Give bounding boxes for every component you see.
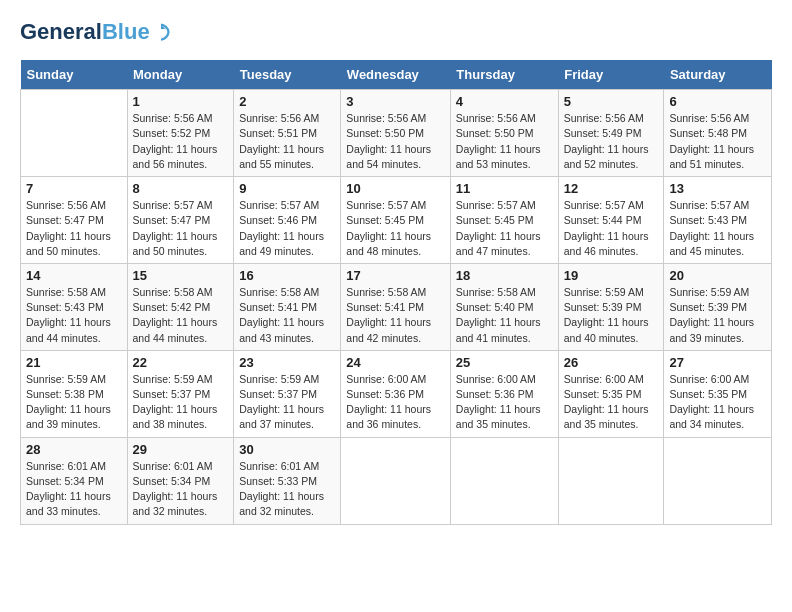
calendar-cell: 6Sunrise: 5:56 AMSunset: 5:48 PMDaylight… (664, 90, 772, 177)
day-number: 9 (239, 181, 335, 196)
logo-text: GeneralBlue (20, 20, 150, 44)
calendar-cell: 24Sunrise: 6:00 AMSunset: 5:36 PMDayligh… (341, 350, 451, 437)
day-number: 1 (133, 94, 229, 109)
week-row-2: 7Sunrise: 5:56 AMSunset: 5:47 PMDaylight… (21, 177, 772, 264)
day-info: Sunrise: 5:59 AMSunset: 5:39 PMDaylight:… (669, 285, 766, 346)
calendar-cell: 26Sunrise: 6:00 AMSunset: 5:35 PMDayligh… (558, 350, 664, 437)
day-info: Sunrise: 5:59 AMSunset: 5:37 PMDaylight:… (239, 372, 335, 433)
calendar-cell: 7Sunrise: 5:56 AMSunset: 5:47 PMDaylight… (21, 177, 128, 264)
day-info: Sunrise: 5:57 AMSunset: 5:43 PMDaylight:… (669, 198, 766, 259)
week-row-4: 21Sunrise: 5:59 AMSunset: 5:38 PMDayligh… (21, 350, 772, 437)
day-info: Sunrise: 5:56 AMSunset: 5:49 PMDaylight:… (564, 111, 659, 172)
day-number: 10 (346, 181, 445, 196)
day-info: Sunrise: 6:00 AMSunset: 5:35 PMDaylight:… (669, 372, 766, 433)
calendar-cell: 2Sunrise: 5:56 AMSunset: 5:51 PMDaylight… (234, 90, 341, 177)
day-number: 27 (669, 355, 766, 370)
day-info: Sunrise: 6:01 AMSunset: 5:34 PMDaylight:… (26, 459, 122, 520)
column-header-monday: Monday (127, 60, 234, 90)
day-info: Sunrise: 6:00 AMSunset: 5:36 PMDaylight:… (346, 372, 445, 433)
day-info: Sunrise: 5:57 AMSunset: 5:46 PMDaylight:… (239, 198, 335, 259)
day-number: 19 (564, 268, 659, 283)
day-number: 13 (669, 181, 766, 196)
day-number: 28 (26, 442, 122, 457)
day-info: Sunrise: 6:00 AMSunset: 5:36 PMDaylight:… (456, 372, 553, 433)
calendar-cell: 29Sunrise: 6:01 AMSunset: 5:34 PMDayligh… (127, 437, 234, 524)
day-info: Sunrise: 5:56 AMSunset: 5:51 PMDaylight:… (239, 111, 335, 172)
day-number: 21 (26, 355, 122, 370)
day-info: Sunrise: 5:56 AMSunset: 5:47 PMDaylight:… (26, 198, 122, 259)
calendar-cell: 21Sunrise: 5:59 AMSunset: 5:38 PMDayligh… (21, 350, 128, 437)
day-info: Sunrise: 6:01 AMSunset: 5:33 PMDaylight:… (239, 459, 335, 520)
calendar-cell: 23Sunrise: 5:59 AMSunset: 5:37 PMDayligh… (234, 350, 341, 437)
day-info: Sunrise: 5:56 AMSunset: 5:48 PMDaylight:… (669, 111, 766, 172)
day-info: Sunrise: 5:58 AMSunset: 5:42 PMDaylight:… (133, 285, 229, 346)
day-number: 18 (456, 268, 553, 283)
day-info: Sunrise: 5:56 AMSunset: 5:52 PMDaylight:… (133, 111, 229, 172)
page-header: GeneralBlue (20, 20, 772, 44)
logo: GeneralBlue (20, 20, 170, 44)
day-number: 12 (564, 181, 659, 196)
calendar-cell: 10Sunrise: 5:57 AMSunset: 5:45 PMDayligh… (341, 177, 451, 264)
day-number: 22 (133, 355, 229, 370)
column-header-wednesday: Wednesday (341, 60, 451, 90)
day-number: 23 (239, 355, 335, 370)
week-row-5: 28Sunrise: 6:01 AMSunset: 5:34 PMDayligh… (21, 437, 772, 524)
calendar-cell (558, 437, 664, 524)
calendar-cell: 3Sunrise: 5:56 AMSunset: 5:50 PMDaylight… (341, 90, 451, 177)
column-header-friday: Friday (558, 60, 664, 90)
calendar-cell (21, 90, 128, 177)
day-number: 15 (133, 268, 229, 283)
day-number: 7 (26, 181, 122, 196)
day-number: 26 (564, 355, 659, 370)
calendar-cell (341, 437, 451, 524)
calendar-table: SundayMondayTuesdayWednesdayThursdayFrid… (20, 60, 772, 524)
week-row-3: 14Sunrise: 5:58 AMSunset: 5:43 PMDayligh… (21, 263, 772, 350)
logo-icon (152, 23, 170, 41)
day-info: Sunrise: 5:58 AMSunset: 5:41 PMDaylight:… (346, 285, 445, 346)
day-number: 24 (346, 355, 445, 370)
calendar-cell: 20Sunrise: 5:59 AMSunset: 5:39 PMDayligh… (664, 263, 772, 350)
day-info: Sunrise: 6:01 AMSunset: 5:34 PMDaylight:… (133, 459, 229, 520)
column-header-saturday: Saturday (664, 60, 772, 90)
day-info: Sunrise: 5:58 AMSunset: 5:41 PMDaylight:… (239, 285, 335, 346)
calendar-cell: 11Sunrise: 5:57 AMSunset: 5:45 PMDayligh… (450, 177, 558, 264)
calendar-cell: 14Sunrise: 5:58 AMSunset: 5:43 PMDayligh… (21, 263, 128, 350)
day-number: 4 (456, 94, 553, 109)
day-info: Sunrise: 5:57 AMSunset: 5:45 PMDaylight:… (346, 198, 445, 259)
calendar-cell: 13Sunrise: 5:57 AMSunset: 5:43 PMDayligh… (664, 177, 772, 264)
day-info: Sunrise: 5:59 AMSunset: 5:37 PMDaylight:… (133, 372, 229, 433)
day-info: Sunrise: 5:57 AMSunset: 5:47 PMDaylight:… (133, 198, 229, 259)
week-row-1: 1Sunrise: 5:56 AMSunset: 5:52 PMDaylight… (21, 90, 772, 177)
day-number: 20 (669, 268, 766, 283)
day-number: 29 (133, 442, 229, 457)
day-info: Sunrise: 5:56 AMSunset: 5:50 PMDaylight:… (456, 111, 553, 172)
calendar-cell: 17Sunrise: 5:58 AMSunset: 5:41 PMDayligh… (341, 263, 451, 350)
day-number: 2 (239, 94, 335, 109)
day-number: 17 (346, 268, 445, 283)
calendar-cell: 22Sunrise: 5:59 AMSunset: 5:37 PMDayligh… (127, 350, 234, 437)
calendar-cell: 25Sunrise: 6:00 AMSunset: 5:36 PMDayligh… (450, 350, 558, 437)
column-header-sunday: Sunday (21, 60, 128, 90)
day-info: Sunrise: 5:57 AMSunset: 5:45 PMDaylight:… (456, 198, 553, 259)
calendar-cell: 19Sunrise: 5:59 AMSunset: 5:39 PMDayligh… (558, 263, 664, 350)
day-number: 8 (133, 181, 229, 196)
calendar-cell: 1Sunrise: 5:56 AMSunset: 5:52 PMDaylight… (127, 90, 234, 177)
day-info: Sunrise: 6:00 AMSunset: 5:35 PMDaylight:… (564, 372, 659, 433)
calendar-cell: 9Sunrise: 5:57 AMSunset: 5:46 PMDaylight… (234, 177, 341, 264)
day-info: Sunrise: 5:58 AMSunset: 5:43 PMDaylight:… (26, 285, 122, 346)
calendar-cell: 15Sunrise: 5:58 AMSunset: 5:42 PMDayligh… (127, 263, 234, 350)
calendar-cell: 18Sunrise: 5:58 AMSunset: 5:40 PMDayligh… (450, 263, 558, 350)
column-header-thursday: Thursday (450, 60, 558, 90)
day-number: 14 (26, 268, 122, 283)
calendar-cell: 30Sunrise: 6:01 AMSunset: 5:33 PMDayligh… (234, 437, 341, 524)
day-info: Sunrise: 5:59 AMSunset: 5:39 PMDaylight:… (564, 285, 659, 346)
calendar-cell: 8Sunrise: 5:57 AMSunset: 5:47 PMDaylight… (127, 177, 234, 264)
day-number: 16 (239, 268, 335, 283)
calendar-cell (450, 437, 558, 524)
day-info: Sunrise: 5:58 AMSunset: 5:40 PMDaylight:… (456, 285, 553, 346)
column-header-tuesday: Tuesday (234, 60, 341, 90)
day-info: Sunrise: 5:57 AMSunset: 5:44 PMDaylight:… (564, 198, 659, 259)
calendar-cell: 27Sunrise: 6:00 AMSunset: 5:35 PMDayligh… (664, 350, 772, 437)
calendar-cell: 4Sunrise: 5:56 AMSunset: 5:50 PMDaylight… (450, 90, 558, 177)
calendar-cell: 28Sunrise: 6:01 AMSunset: 5:34 PMDayligh… (21, 437, 128, 524)
